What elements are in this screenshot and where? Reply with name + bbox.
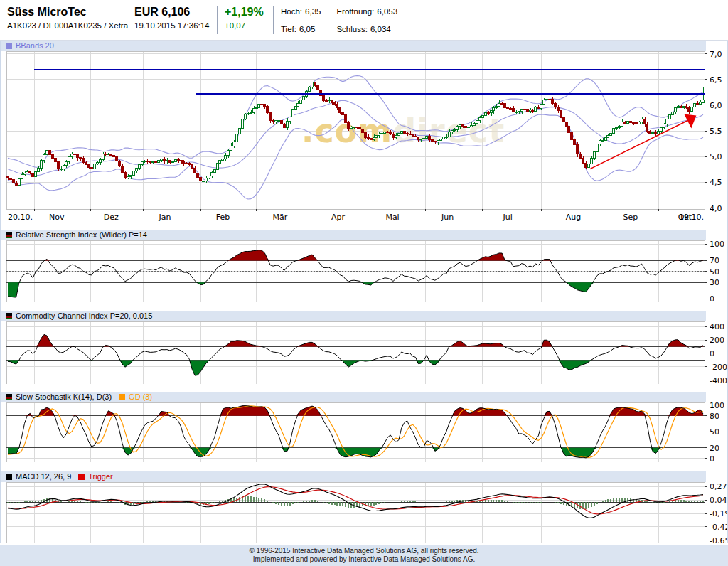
gd-label: GD (3) xyxy=(129,392,152,402)
change-absolute: +0,07 xyxy=(225,21,266,30)
trigger-icon xyxy=(78,474,85,480)
svg-text:Mai: Mai xyxy=(385,213,399,222)
gd-icon xyxy=(119,394,125,400)
svg-text:Nov: Nov xyxy=(49,213,65,222)
instrument-name: Süss MicroTec xyxy=(7,5,119,19)
svg-text:50: 50 xyxy=(710,267,719,277)
svg-text:Mär: Mär xyxy=(273,213,288,222)
svg-text:Feb: Feb xyxy=(216,213,230,222)
svg-text:-0,65: -0,65 xyxy=(710,536,727,543)
svg-text:30: 30 xyxy=(710,278,719,287)
svg-text:100: 100 xyxy=(710,240,724,249)
svg-text:-0,19: -0,19 xyxy=(710,509,727,518)
bbands-icon xyxy=(6,43,12,49)
svg-text:70: 70 xyxy=(710,256,719,265)
svg-text:100: 100 xyxy=(710,402,724,410)
macd-chart: 0,270,04-0,19-0,42-0,65 xyxy=(1,482,727,543)
bbands-label: BBands 20 xyxy=(16,41,54,51)
svg-text:0: 0 xyxy=(710,454,714,462)
rsi-indicator-icon xyxy=(6,232,12,238)
stochastic-indicator-icon xyxy=(6,394,12,400)
svg-text:4,5: 4,5 xyxy=(710,178,722,187)
svg-text:Aug: Aug xyxy=(566,213,581,222)
stochastic-panel: Slow Stochastik K(14), D(3) GD (3) 10080… xyxy=(1,392,727,462)
rsi-panel-title: Relative Strength Index (Wilder) P=14 xyxy=(1,230,706,240)
macd-panel-title: MACD 12, 26, 9 Trigger xyxy=(1,471,706,482)
stat-close: Schluss:6,034 xyxy=(336,25,397,40)
svg-text:Jun: Jun xyxy=(441,213,454,222)
quote-header: Süss MicroTec A1K023 / DE000A1K0235 / Xe… xyxy=(0,0,728,41)
stat-open: Eröffnung:6,053 xyxy=(336,7,397,22)
svg-text:0: 0 xyxy=(710,349,714,358)
price-block: EUR 6,106 19.10.2015 17:36:14 xyxy=(127,0,217,40)
svg-text:Dez: Dez xyxy=(104,213,119,222)
last-price: EUR 6,106 xyxy=(134,5,210,19)
trigger-label: Trigger xyxy=(88,471,112,482)
copyright-footer: © 1996-2015 Interactive Data Managed Sol… xyxy=(0,545,728,566)
svg-text:0: 0 xyxy=(710,294,714,302)
svg-text:6,0: 6,0 xyxy=(710,101,722,110)
svg-text:Jan: Jan xyxy=(158,213,171,222)
svg-text:0,27: 0,27 xyxy=(710,482,727,491)
svg-text:-200: -200 xyxy=(710,363,727,372)
svg-text:20.10.: 20.10. xyxy=(8,213,33,222)
quote-timestamp: 19.10.2015 17:36:14 xyxy=(134,21,210,30)
rsi-chart: 1007050300 xyxy=(1,240,727,302)
chart-block: BBands 20 7,06,56,05,55,04,54,0.comdirec… xyxy=(0,41,728,543)
stat-high: Hoch:6,35 xyxy=(281,7,321,22)
macd-icon xyxy=(6,474,12,480)
svg-text:0,04: 0,04 xyxy=(710,496,727,505)
cci-indicator-icon xyxy=(6,313,12,319)
price-chart: 7,06,56,05,55,04,54,0.comdirect20.10.Nov… xyxy=(1,51,727,226)
svg-text:400: 400 xyxy=(710,322,724,331)
macd-panel: MACD 12, 26, 9 Trigger 0,270,04-0,19-0,4… xyxy=(1,471,727,543)
ohlc-stats: Hoch:6,35 Eröffnung:6,053 Tief:6,05 Schl… xyxy=(274,0,405,40)
cci-chart: 4002000-200-400 xyxy=(1,321,727,384)
cci-label: Commodity Channel Index P=20, 0.015 xyxy=(16,311,152,321)
svg-text:200: 200 xyxy=(710,336,724,345)
price-panel-title: BBands 20 xyxy=(1,41,706,51)
svg-text:Apr: Apr xyxy=(331,213,346,222)
svg-text:4,0: 4,0 xyxy=(710,204,722,213)
svg-text:19.10.: 19.10. xyxy=(679,213,704,222)
stat-low: Tief:6,05 xyxy=(281,25,321,40)
rsi-panel: Relative Strength Index (Wilder) P=14 10… xyxy=(1,230,727,302)
svg-text:Jul: Jul xyxy=(502,213,512,222)
rsi-label: Relative Strength Index (Wilder) P=14 xyxy=(16,230,147,240)
price-panel: BBands 20 7,06,56,05,55,04,54,0.comdirec… xyxy=(1,41,727,226)
svg-text:7,0: 7,0 xyxy=(710,51,722,59)
svg-text:80: 80 xyxy=(710,412,719,421)
svg-text:5,5: 5,5 xyxy=(710,127,722,136)
macd-label: MACD 12, 26, 9 xyxy=(16,471,71,482)
instrument-ids: A1K023 / DE000A1K0235 / Xetra xyxy=(7,21,119,30)
cci-panel: Commodity Channel Index P=20, 0.015 4002… xyxy=(1,311,727,384)
copyright-line2: Implemented and powered by Interactive D… xyxy=(0,555,728,564)
change-percent: +1,19% xyxy=(225,5,266,19)
svg-text:50: 50 xyxy=(710,427,719,437)
svg-text:-0,42: -0,42 xyxy=(710,523,727,532)
instrument-block: Süss MicroTec A1K023 / DE000A1K0235 / Xe… xyxy=(0,0,127,40)
svg-text:6,5: 6,5 xyxy=(710,75,722,85)
stochastic-label: Slow Stochastik K(14), D(3) xyxy=(16,392,112,402)
change-block: +1,19% +0,07 xyxy=(218,0,273,40)
copyright-line1: © 1996-2015 Interactive Data Managed Sol… xyxy=(0,547,728,555)
stochastic-chart: 1008050200 xyxy=(1,402,727,462)
svg-text:-400: -400 xyxy=(710,376,727,384)
svg-text:Sep: Sep xyxy=(623,213,638,222)
svg-text:5,0: 5,0 xyxy=(710,152,722,161)
cci-panel-title: Commodity Channel Index P=20, 0.015 xyxy=(1,311,706,321)
stochastic-panel-title: Slow Stochastik K(14), D(3) GD (3) xyxy=(1,392,706,402)
svg-text:20: 20 xyxy=(710,444,719,453)
